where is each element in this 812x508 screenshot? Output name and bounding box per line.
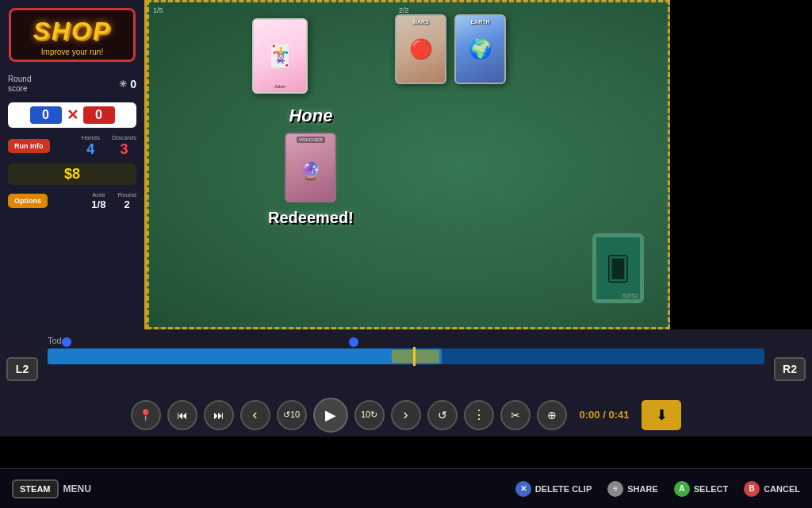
score-left: 0 <box>30 106 62 124</box>
round-value: 2 <box>117 198 136 210</box>
timeline-marker-2 <box>349 337 358 347</box>
timeline-area: Today <box>0 329 812 393</box>
prev-button[interactable]: ‹ <box>240 400 270 430</box>
a-button-icon: A <box>674 481 690 497</box>
joker-card-label: Joker <box>254 83 306 90</box>
shop-title: SHOP <box>15 17 129 46</box>
round-stat: Round 2 <box>117 191 136 210</box>
score-display: 0 ✕ 0 <box>8 102 136 128</box>
next-button[interactable]: › <box>391 400 421 430</box>
joker-card[interactable]: 🃏 Joker <box>252 18 308 94</box>
ante-round: Ante 1/8 Round 2 <box>91 191 136 210</box>
ante-stat: Ante 1/8 <box>91 191 105 210</box>
select-label[interactable]: SELECT <box>694 484 728 494</box>
round-label: Round <box>117 191 136 198</box>
round-score-value: ✳ 0 <box>119 78 136 90</box>
split-button[interactable]: ⋮ <box>464 400 494 430</box>
game-area: 1/5 🃏 Joker 2/2 MARS 🔴 EARTH 🌍 Hone VOUC… <box>147 0 670 329</box>
deck-card[interactable]: 🂠 52/52 <box>592 233 644 303</box>
bottom-bar: STEAM MENU ✕ DELETE CLIP ≡ SHARE A SELEC… <box>0 468 812 508</box>
time-display: 0:00 / 0:41 <box>580 409 630 421</box>
cancel-label[interactable]: CANCEL <box>764 484 800 494</box>
r2-button[interactable]: R2 <box>774 357 806 381</box>
location-button[interactable]: 📍 <box>131 400 161 430</box>
skip-forward-button[interactable]: ⏭ <box>204 400 234 430</box>
b-button-icon: B <box>744 481 760 497</box>
score-multiplier-icon: ✕ <box>67 106 79 124</box>
share-action: ≡ SHARE <box>607 481 658 497</box>
mars-icon: 🔴 <box>409 38 433 60</box>
x-button-icon: ✕ <box>515 481 531 497</box>
voucher-card[interactable]: VOUCHER 🔮 <box>285 133 336 202</box>
discards-stat: Discards 3 <box>112 134 136 158</box>
menu-label: MENU <box>63 483 91 495</box>
timeline-track[interactable] <box>48 348 764 364</box>
mars-label: MARS <box>396 19 445 25</box>
shop-sign: SHOP Improve your run! <box>9 8 136 62</box>
redeemed-text: Redeemed! <box>268 209 354 227</box>
timeline-progress <box>48 348 442 364</box>
deck-pattern-icon: 🂠 <box>606 255 630 283</box>
options-button[interactable]: Options <box>8 194 48 208</box>
run-info-button[interactable]: Run Info <box>8 139 50 154</box>
replay-back-button[interactable]: ↺10 <box>277 400 307 430</box>
timeline-label: Today <box>48 336 764 345</box>
hands-discards: Hands 4 Discards 3 <box>82 134 136 158</box>
shop-subtitle: Improve your run! <box>15 48 129 56</box>
download-button[interactable]: ⬇ <box>642 400 681 430</box>
hone-area: Hone VOUCHER 🔮 Redeemed! <box>268 106 354 227</box>
delete-clip-label[interactable]: DELETE CLIP <box>535 484 592 494</box>
steam-button[interactable]: STEAM <box>12 479 59 498</box>
discards-label: Discards <box>112 134 136 141</box>
timeline-marker-1 <box>62 337 71 347</box>
discards-value: 3 <box>112 141 136 158</box>
trim-button[interactable]: ✂ <box>500 400 530 430</box>
hone-title: Hone <box>268 106 354 126</box>
planet-counter: 2/2 <box>399 6 664 14</box>
deck-counter: 52/52 <box>622 292 638 299</box>
hands-label: Hands <box>82 134 100 141</box>
ante-label: Ante <box>91 191 105 198</box>
round-score-row: Roundscore ✳ 0 <box>0 70 144 98</box>
cancel-action: B CANCEL <box>744 481 800 497</box>
loop-button[interactable]: ↺ <box>427 400 458 430</box>
timeline-playhead[interactable] <box>413 347 416 366</box>
joker-icon: 🃏 <box>266 45 294 67</box>
joker-counter: 1/5 <box>153 6 163 14</box>
l2-button[interactable]: L2 <box>6 357 38 381</box>
earth-label: EARTH <box>456 19 504 25</box>
select-action: A SELECT <box>674 481 728 497</box>
hands-value: 4 <box>82 141 100 158</box>
zoom-button[interactable]: ⊕ <box>537 400 567 430</box>
earth-icon: 🌍 <box>469 38 492 60</box>
mars-card[interactable]: MARS 🔴 <box>395 14 446 84</box>
replay-forward-button[interactable]: 10↻ <box>354 400 385 430</box>
score-right: 0 <box>83 106 115 124</box>
sidebar: SHOP Improve your run! Roundscore ✳ 0 0 … <box>0 0 147 329</box>
play-button[interactable]: ▶ <box>313 398 348 433</box>
run-info-row: Run Info Hands 4 Discards 3 <box>0 132 144 160</box>
controls-area: 📍 ⏮ ⏭ ‹ ↺10 ▶ 10↻ › ↺ ⋮ ✂ ⊕ 0:00 / 0:41 … <box>0 393 812 437</box>
ante-value: 1/8 <box>91 198 105 210</box>
delete-clip-action: ✕ DELETE CLIP <box>515 481 592 497</box>
square-button-icon: ≡ <box>607 481 623 497</box>
voucher-icon: 🔮 <box>300 161 321 182</box>
skip-back-button[interactable]: ⏮ <box>167 400 197 430</box>
voucher-label: VOUCHER <box>297 137 325 143</box>
share-label[interactable]: SHARE <box>627 484 658 494</box>
earth-card[interactable]: EARTH 🌍 <box>454 14 506 84</box>
round-score-label: Roundscore <box>8 75 31 94</box>
hands-stat: Hands 4 <box>82 134 100 158</box>
star-icon: ✳ <box>119 79 127 90</box>
money-display: $8 <box>8 164 136 185</box>
options-row: Options Ante 1/8 Round 2 <box>0 188 144 214</box>
